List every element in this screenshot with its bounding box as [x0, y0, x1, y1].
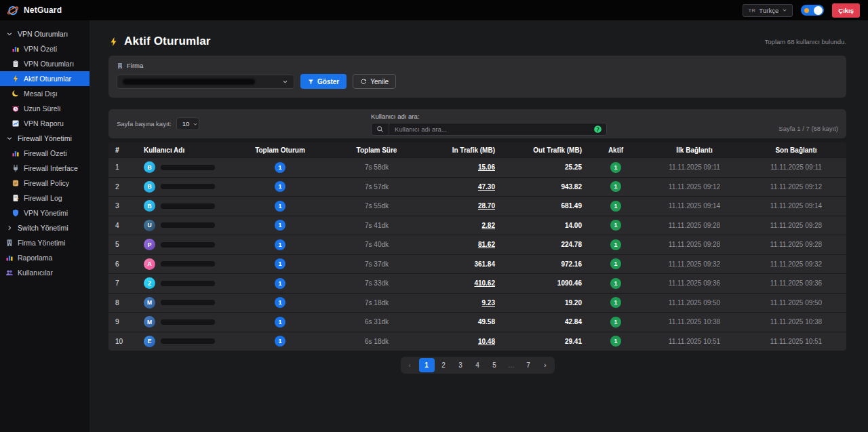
sidebar-item-aktif-oturumlar[interactable]: Aktif Oturumlar [0, 71, 90, 86]
in-traffic-value[interactable]: 28.70 [478, 202, 495, 210]
sidebar-item-firewall-policy[interactable]: Firewall Policy [0, 176, 90, 191]
alarm-clock-icon [12, 104, 20, 113]
table-row: 7Z17s 33dk410.621090.46111.11.2025 09:36… [108, 273, 846, 293]
out-traffic-value: 42.84 [565, 318, 582, 326]
sidebar-item-firewall-y-netimi[interactable]: Firewall Yönetimi [0, 131, 90, 146]
sidebar-item-firewall-log[interactable]: Firewall Log [0, 191, 90, 205]
sidebar-item-vpn-y-netimi[interactable]: VPN Yönetimi [0, 205, 90, 220]
firma-value-redacted [123, 79, 255, 85]
row-index: 4 [108, 222, 137, 229]
sidebar-item-vpn-zeti[interactable]: VPN Özeti [0, 41, 90, 56]
first-connection: 11.11.2025 09:12 [643, 183, 746, 191]
in-traffic-value: 361.84 [474, 260, 495, 268]
lightning-icon [108, 37, 119, 47]
brand: NetGuard [7, 4, 62, 16]
session-count-badge: 1 [275, 278, 285, 289]
in-traffic-value[interactable]: 15.06 [478, 163, 495, 171]
total-duration: 7s 33dk [328, 279, 426, 287]
session-count-badge: 1 [275, 336, 285, 347]
user-cell: Z [137, 277, 233, 289]
total-duration: 7s 55dk [328, 202, 426, 210]
total-duration: 7s 57dk [328, 183, 426, 191]
refresh-button[interactable]: Yenile [353, 74, 396, 89]
table-toolbar: Sayfa başına kayıt: 10 Kullanıcı adı ara… [108, 109, 846, 138]
in-traffic-value[interactable]: 410.62 [474, 279, 495, 287]
user-cell: B [137, 161, 233, 173]
per-page-select[interactable]: 10 [176, 117, 199, 130]
table-row: 3B17s 55dk28.70681.49111.11.2025 09:1411… [108, 196, 846, 216]
active-count-badge: 1 [610, 258, 621, 269]
in-traffic-value[interactable]: 2.82 [482, 222, 495, 229]
pagination-next[interactable]: › [538, 358, 553, 372]
total-users-text: Toplam 68 kullanıcı bulundu. [765, 38, 846, 45]
sidebar-item-firma-y-netimi[interactable]: Firma Yönetimi [0, 235, 90, 250]
column-header-: # [108, 146, 137, 154]
avatar: M [144, 297, 155, 309]
avatar: B [144, 181, 155, 193]
active-count-badge: 1 [610, 162, 621, 173]
active-count-badge: 1 [610, 220, 621, 231]
show-button[interactable]: Göster [300, 74, 347, 89]
pagination-prev[interactable]: ‹ [402, 358, 418, 372]
row-index: 5 [108, 241, 137, 248]
last-connection: 11.11.2025 09:28 [746, 241, 846, 248]
out-traffic-value: 29.41 [565, 338, 582, 345]
user-cell: P [137, 239, 233, 250]
table-row: 5P17s 40dk81.62224.78111.11.2025 09:2811… [108, 235, 846, 254]
in-traffic-value[interactable]: 81.62 [478, 241, 495, 248]
building-icon [5, 239, 14, 247]
total-duration: 6s 18dk [328, 338, 426, 345]
sidebar-item-raporlama[interactable]: Raporlama [0, 250, 90, 265]
sidebar-item-kullan-c-lar[interactable]: Kullanıcılar [0, 265, 90, 280]
user-cell: M [137, 316, 233, 328]
language-code: TR [748, 7, 755, 14]
column-header-son-ba-lant: Son Bağlantı [746, 146, 846, 154]
row-index: 7 [108, 279, 137, 287]
search-input[interactable] [389, 125, 593, 133]
last-connection: 11.11.2025 09:28 [746, 222, 846, 229]
sidebar-item-vpn-oturumlar[interactable]: VPN Oturumları [0, 26, 90, 41]
logout-button[interactable]: Çıkış [832, 3, 860, 18]
last-connection: 11.11.2025 09:50 [746, 299, 846, 307]
table-row: 4U17s 41dk2.8214.00111.11.2025 09:2811.1… [108, 216, 846, 235]
session-count-badge: 1 [275, 258, 285, 269]
theme-toggle[interactable] [801, 5, 824, 16]
pagination-page-1[interactable]: 1 [419, 358, 435, 372]
line-chart-icon [12, 119, 20, 127]
column-header-i-lk-ba-lant: İlk Bağlantı [643, 146, 746, 154]
pagination-page-4[interactable]: 4 [470, 358, 486, 372]
sidebar-item-uzun-s-reli[interactable]: Uzun Süreli [0, 101, 90, 116]
total-duration: 7s 41dk [328, 222, 426, 229]
search-label: Kullanıcı adı ara: [371, 113, 607, 120]
password-manager-extension-icon[interactable] [593, 125, 602, 134]
user-cell: E [137, 336, 233, 347]
language-select[interactable]: TR Türkçe [743, 4, 793, 17]
firma-label: Firma [127, 62, 143, 69]
out-traffic-value: 25.25 [565, 163, 582, 171]
sidebar-item-firewall-interface[interactable]: Firewall Interface [0, 161, 90, 176]
in-traffic-value[interactable]: 9.23 [482, 299, 495, 307]
active-count-badge: 1 [610, 201, 621, 212]
out-traffic-value: 681.49 [561, 202, 582, 210]
user-cell: A [137, 258, 233, 270]
sidebar-item-firewall-zeti[interactable]: Firewall Özeti [0, 146, 90, 161]
sidebar-item-vpn-raporu[interactable]: VPN Raporu [0, 116, 90, 131]
pagination-page-3[interactable]: 3 [453, 358, 469, 372]
in-traffic-value[interactable]: 10.48 [478, 338, 495, 345]
sidebar-item-mesai-d[interactable]: Mesai Dışı [0, 86, 90, 101]
active-count-badge: 1 [610, 239, 621, 250]
sidebar-item-vpn-oturumlar[interactable]: VPN Oturumları [0, 56, 90, 71]
pagination-page-7[interactable]: 7 [521, 358, 536, 372]
sidebar-item-switch-y-netimi[interactable]: Switch Yönetimi [0, 220, 90, 235]
out-traffic-value: 972.16 [561, 260, 582, 268]
table-row: 6A17s 37dk361.84972.16111.11.2025 09:321… [108, 254, 846, 274]
last-connection: 11.11.2025 10:38 [746, 318, 846, 326]
username-redacted [161, 222, 215, 228]
first-connection: 11.11.2025 09:32 [643, 260, 746, 268]
pagination-page-5[interactable]: 5 [487, 358, 502, 372]
firma-select[interactable] [117, 75, 294, 89]
pagination-page-2[interactable]: 2 [436, 358, 452, 372]
in-traffic-value[interactable]: 47.30 [478, 183, 495, 191]
avatar: A [144, 258, 155, 270]
column-header-aktif: Aktif [589, 146, 643, 154]
